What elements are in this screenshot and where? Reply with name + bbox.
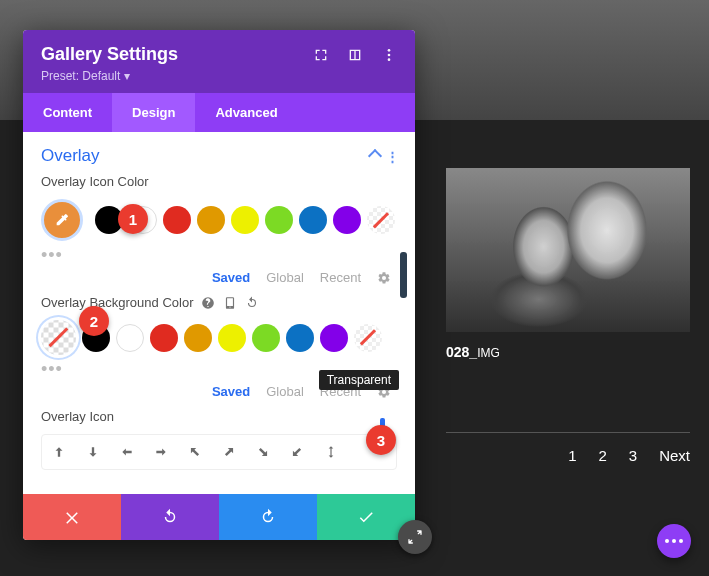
columns-icon[interactable] [347, 47, 363, 63]
more-icon[interactable] [381, 47, 397, 63]
panel-title: Gallery Settings [41, 44, 178, 65]
eyedropper-button[interactable] [41, 199, 83, 241]
swatch-blue[interactable] [299, 206, 327, 234]
overlay-icon-label: Overlay Icon [41, 409, 397, 424]
tab-design[interactable]: Design [112, 93, 195, 132]
arrow-updown-icon[interactable] [324, 445, 338, 459]
swatch-red[interactable] [163, 206, 191, 234]
page-next[interactable]: Next [659, 447, 690, 464]
swatch-orange[interactable] [184, 324, 212, 352]
swatch-white[interactable] [116, 324, 144, 352]
svg-point-1 [388, 53, 391, 56]
swatch-red[interactable] [150, 324, 178, 352]
page-1[interactable]: 1 [568, 447, 576, 464]
gallery-settings-panel: Gallery Settings Preset: Default ▾ Conte… [23, 30, 415, 540]
tab-content[interactable]: Content [23, 93, 112, 132]
pagination: 1 2 3 Next [446, 432, 690, 464]
swatch-tab-global[interactable]: Global [266, 270, 304, 285]
swatch-green[interactable] [265, 206, 293, 234]
swatch-transparent[interactable] [354, 324, 382, 352]
overlay-icon-picker[interactable] [41, 434, 397, 470]
collapse-icon[interactable] [368, 149, 382, 163]
help-icon[interactable] [201, 296, 215, 310]
section-overlay-title[interactable]: Overlay [41, 146, 100, 166]
arrow-up-right-icon[interactable] [222, 445, 236, 459]
redo-button[interactable] [219, 494, 317, 540]
swatch-purple[interactable] [320, 324, 348, 352]
svg-point-0 [388, 49, 391, 52]
swatch-tab-saved[interactable]: Saved [212, 384, 250, 399]
swatch-transparent[interactable] [367, 206, 395, 234]
fab-more[interactable] [657, 524, 691, 558]
swatch-green[interactable] [252, 324, 280, 352]
swatch-tab-recent[interactable]: Recent [320, 270, 361, 285]
swatch-tab-global[interactable]: Global [266, 384, 304, 399]
swatch-purple[interactable] [333, 206, 361, 234]
tab-advanced[interactable]: Advanced [195, 93, 297, 132]
preset-dropdown[interactable]: Preset: Default ▾ [41, 69, 397, 83]
swatch-transparent-selected[interactable] [41, 320, 76, 355]
undo-button[interactable] [121, 494, 219, 540]
swatch-blue[interactable] [286, 324, 314, 352]
tabs: Content Design Advanced [23, 93, 415, 132]
svg-point-2 [388, 58, 391, 61]
panel-header: Gallery Settings Preset: Default ▾ [23, 30, 415, 93]
section-more-icon[interactable]: ⋮ [386, 149, 397, 164]
arrow-right-icon[interactable] [154, 445, 168, 459]
swatch-yellow[interactable] [218, 324, 246, 352]
swatch-tab-saved[interactable]: Saved [212, 270, 250, 285]
arrow-down-left-icon[interactable] [290, 445, 304, 459]
reset-icon[interactable] [245, 296, 259, 310]
scrollbar-thumb[interactable] [400, 252, 407, 298]
arrow-left-icon[interactable] [120, 445, 134, 459]
overlay-icon-color-swatches [41, 199, 397, 241]
callout-1: 1 [118, 204, 148, 234]
swatch-more-icon[interactable]: ••• [41, 245, 397, 266]
overlay-icon-color-label: Overlay Icon Color [41, 174, 397, 189]
arrow-up-icon[interactable] [52, 445, 66, 459]
arrow-up-left-icon[interactable] [188, 445, 202, 459]
fullscreen-icon[interactable] [313, 47, 329, 63]
cancel-button[interactable] [23, 494, 121, 540]
resize-handle[interactable] [398, 520, 432, 554]
callout-3: 3 [366, 425, 396, 455]
arrow-down-icon[interactable] [86, 445, 100, 459]
swatch-yellow[interactable] [231, 206, 259, 234]
page-3[interactable]: 3 [629, 447, 637, 464]
swatch-settings-icon[interactable] [377, 271, 391, 285]
swatch-orange[interactable] [197, 206, 225, 234]
panel-footer [23, 494, 415, 540]
page-2[interactable]: 2 [598, 447, 606, 464]
tooltip-transparent: Transparent [319, 370, 399, 390]
callout-2: 2 [79, 306, 109, 336]
mobile-icon[interactable] [223, 296, 237, 310]
arrow-down-right-icon[interactable] [256, 445, 270, 459]
gallery-area: 028_IMG 1 2 3 Next [446, 168, 690, 464]
gallery-thumbnail[interactable] [446, 168, 690, 332]
gallery-caption: 028_IMG [446, 344, 690, 360]
